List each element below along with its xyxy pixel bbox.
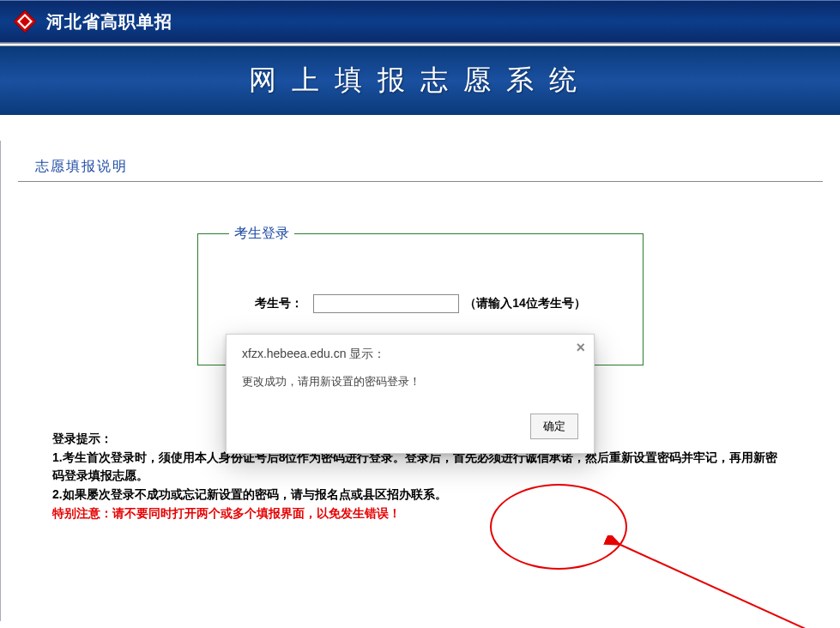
dialog-title: xfzx.hebeea.edu.cn 显示： (242, 347, 578, 362)
alert-dialog: × xfzx.hebeea.edu.cn 显示： 更改成功，请用新设置的密码登录… (226, 334, 595, 454)
tips-line2: 2.如果屡次登录不成功或忘记新设置的密码，请与报名点或县区招办联系。 (52, 486, 789, 504)
examno-hint: （请输入14位考生号） (464, 296, 586, 311)
banner: 网上填报志愿系统 (0, 46, 840, 115)
svg-line-4 (619, 544, 807, 628)
dialog-ok-button[interactable]: 确定 (530, 414, 578, 439)
content-area: 志愿填报说明 考生登录 考生号： （请输入14位考生号） × xfzx.hebe… (0, 141, 840, 621)
login-fieldset: 考生登录 考生号： （请输入14位考生号） × xfzx.hebeea.edu.… (197, 225, 644, 365)
section-divider (18, 181, 823, 182)
section-title: 志愿填报说明 (35, 159, 128, 173)
site-name: 河北省高职单招 (46, 10, 172, 33)
dialog-close-button[interactable]: × (576, 340, 585, 355)
login-legend: 考生登录 (229, 225, 294, 243)
examno-label: 考生号： (255, 296, 303, 311)
examno-row: 考生号： （请输入14位考生号） (224, 294, 617, 313)
top-bar: 河北省高职单招 (0, 0, 840, 43)
annotation-arrow-icon (601, 535, 825, 628)
dialog-message: 更改成功，请用新设置的密码登录！ (242, 374, 578, 389)
tips-line1: 1.考生首次登录时，须使用本人身份证号后8位作为密码进行登录。登录后，首先必须进… (52, 449, 789, 486)
examno-input[interactable] (313, 294, 459, 313)
tips-warning: 特别注意：请不要同时打开两个或多个填报界面，以免发生错误！ (52, 504, 789, 523)
banner-title: 网上填报志愿系统 (249, 62, 592, 100)
site-logo-icon (12, 9, 38, 34)
